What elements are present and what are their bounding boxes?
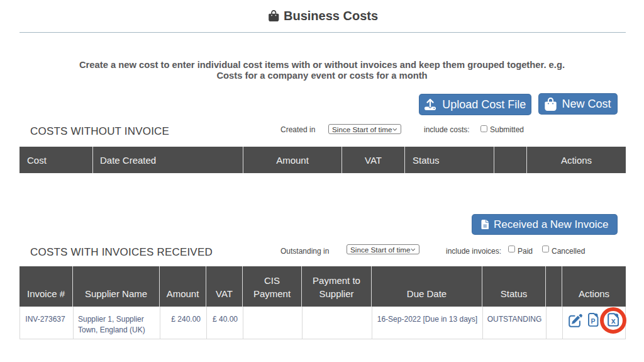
svg-text:P: P [591,317,595,325]
